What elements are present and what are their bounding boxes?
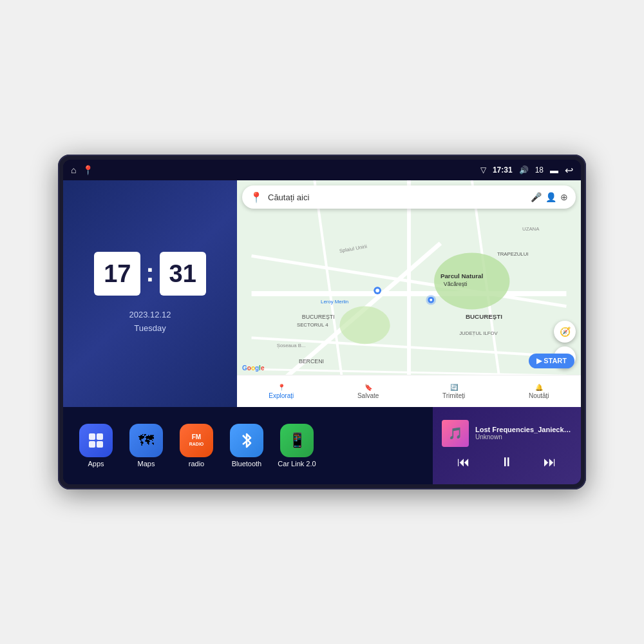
news-icon: 🔔 xyxy=(535,384,543,391)
clock-panel: 17 : 31 2023.12.12 Tuesday xyxy=(63,180,237,407)
map-bottom-nav: 📍 Explorați 🔖 Salvate 🔄 Trimiteți � xyxy=(237,375,581,407)
next-track-button[interactable]: ⏭ xyxy=(538,452,562,472)
svg-point-10 xyxy=(339,307,390,345)
app-item-carlink[interactable]: 📱 Car Link 2.0 xyxy=(274,424,319,468)
map-svg: Parcul Natural Văcărești BUCUREȘTI SECTO… xyxy=(237,180,581,407)
music-info: 🎵 Lost Frequencies_Janieck Devy-... Unkn… xyxy=(442,420,572,447)
svg-text:BUCUREȘTI: BUCUREȘTI xyxy=(466,313,502,320)
time-display: 17:31 xyxy=(493,166,513,175)
clock-display: 17 : 31 xyxy=(94,252,205,296)
svg-rect-28 xyxy=(89,433,95,440)
carlink-label: Car Link 2.0 xyxy=(278,460,316,468)
apps-grid-icon xyxy=(87,431,105,450)
status-bar: ⌂ 📍 ▽ 17:31 🔊 18 ▬ ↩ xyxy=(63,160,581,180)
svg-text:UZANA: UZANA xyxy=(522,226,540,232)
svg-text:Leroy Merlin: Leroy Merlin xyxy=(321,299,348,305)
explore-label: Explorați xyxy=(269,392,294,399)
app-item-radio[interactable]: FMRADIO radio xyxy=(174,424,219,468)
bluetooth-symbol xyxy=(239,431,254,450)
main-content: 17 : 31 2023.12.12 Tuesday xyxy=(63,180,581,484)
clock-date: 2023.12.12 Tuesday xyxy=(129,308,171,336)
clock-hour: 17 xyxy=(94,252,140,296)
apps-icon xyxy=(79,424,113,457)
carlink-icon: 📱 xyxy=(280,424,314,457)
music-player: 🎵 Lost Frequencies_Janieck Devy-... Unkn… xyxy=(433,407,581,484)
map-nav-saved[interactable]: 🔖 Salvate xyxy=(357,384,379,399)
account-icon[interactable]: 👤 xyxy=(545,192,556,202)
signal-icon: ▽ xyxy=(480,166,486,175)
compass-button[interactable]: 🧭 xyxy=(554,321,576,343)
location-icon[interactable]: 📍 xyxy=(82,165,93,175)
music-controls: ⏮ ⏸ ⏭ xyxy=(442,452,572,472)
battery-level: 18 xyxy=(535,166,544,175)
play-pause-button[interactable]: ⏸ xyxy=(495,452,518,472)
top-row: 17 : 31 2023.12.12 Tuesday xyxy=(63,180,581,407)
home-icon[interactable]: ⌂ xyxy=(71,165,76,175)
status-right: ▽ 17:31 🔊 18 ▬ ↩ xyxy=(480,164,573,176)
status-left-icons: ⌂ 📍 xyxy=(71,165,93,175)
bluetooth-icon xyxy=(230,424,263,457)
map-panel[interactable]: Parcul Natural Văcărești BUCUREȘTI SECTO… xyxy=(237,180,581,407)
app-item-apps[interactable]: Apps xyxy=(73,424,118,468)
app-item-bluetooth[interactable]: Bluetooth xyxy=(224,424,269,468)
date-text: 2023.12.12 xyxy=(129,308,171,322)
saved-label: Salvate xyxy=(357,392,379,399)
svg-text:SECTORUL 4: SECTORUL 4 xyxy=(297,322,328,328)
svg-text:JUDEȚUL ILFOV: JUDEȚUL ILFOV xyxy=(459,330,498,336)
saved-icon: 🔖 xyxy=(365,384,372,391)
search-text[interactable]: Căutați aici xyxy=(268,193,526,202)
svg-text:Văcărești: Văcărești xyxy=(444,281,468,287)
send-icon: 🔄 xyxy=(450,384,458,391)
day-text: Tuesday xyxy=(129,322,171,336)
battery-icon: ▬ xyxy=(550,166,558,175)
svg-text:BUCUREȘTI: BUCUREȘTI xyxy=(302,314,335,320)
svg-rect-30 xyxy=(89,441,95,448)
music-text: Lost Frequencies_Janieck Devy-... Unknow… xyxy=(475,426,572,440)
svg-rect-31 xyxy=(97,441,103,448)
layers-icon[interactable]: ⊕ xyxy=(560,192,568,202)
news-label: Noutăți xyxy=(529,392,549,399)
svg-text:BERCENI: BERCENI xyxy=(299,358,324,365)
map-nav-send[interactable]: 🔄 Trimiteți xyxy=(442,384,465,399)
back-icon[interactable]: ↩ xyxy=(565,164,573,176)
explore-icon: 📍 xyxy=(278,384,285,391)
device: ⌂ 📍 ▽ 17:31 🔊 18 ▬ ↩ 17 : xyxy=(58,155,586,489)
svg-text:TRAPEZULUI: TRAPEZULUI xyxy=(497,251,529,257)
map-background: Parcul Natural Văcărești BUCUREȘTI SECTO… xyxy=(237,180,581,407)
music-artist: Unknown xyxy=(475,433,572,440)
start-navigation-button[interactable]: ▶ START xyxy=(529,354,574,368)
radio-icon: FMRADIO xyxy=(180,424,213,457)
clock-colon: : xyxy=(146,258,154,287)
map-search-icons: 🎤 👤 ⊕ xyxy=(531,192,568,202)
send-label: Trimiteți xyxy=(442,392,465,399)
prev-track-button[interactable]: ⏮ xyxy=(452,452,475,472)
svg-point-27 xyxy=(430,299,432,301)
svg-text:Șoseaua B...: Șoseaua B... xyxy=(277,343,306,348)
svg-point-24 xyxy=(375,289,379,292)
clock-minute: 31 xyxy=(160,252,206,296)
music-title: Lost Frequencies_Janieck Devy-... xyxy=(475,426,572,433)
svg-rect-29 xyxy=(97,433,103,440)
maps-icon: 🗺 xyxy=(129,424,163,457)
bluetooth-label: Bluetooth xyxy=(232,460,261,468)
apps-label: Apps xyxy=(88,460,104,468)
app-item-maps[interactable]: 🗺 Maps xyxy=(124,424,169,468)
svg-text:Parcul Natural: Parcul Natural xyxy=(440,272,484,279)
apps-dock: Apps 🗺 Maps FMRADIO radio xyxy=(63,407,433,484)
google-maps-icon: 📍 xyxy=(250,191,263,204)
google-logo: Google xyxy=(242,365,264,372)
voice-search-icon[interactable]: 🎤 xyxy=(531,192,542,202)
volume-icon: 🔊 xyxy=(519,166,529,175)
bottom-row: Apps 🗺 Maps FMRADIO radio xyxy=(63,407,581,484)
music-thumbnail: 🎵 xyxy=(442,420,469,447)
map-search-bar[interactable]: 📍 Căutați aici 🎤 👤 ⊕ xyxy=(242,185,576,209)
maps-label: Maps xyxy=(138,460,155,468)
map-nav-news[interactable]: 🔔 Noutăți xyxy=(529,384,549,399)
radio-label: radio xyxy=(189,460,204,468)
screen: ⌂ 📍 ▽ 17:31 🔊 18 ▬ ↩ 17 : xyxy=(63,160,581,484)
map-nav-explore[interactable]: 📍 Explorați xyxy=(269,384,294,399)
